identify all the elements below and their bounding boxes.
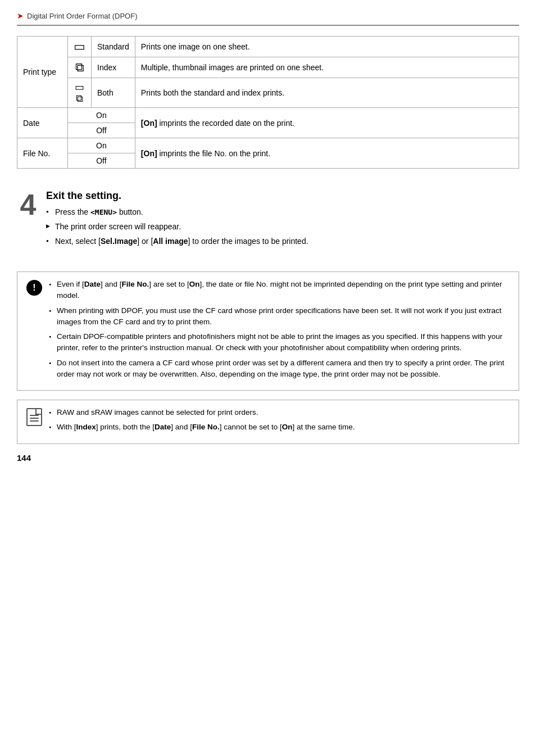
header-divider <box>17 25 519 26</box>
doc-icon <box>26 408 42 426</box>
both-standard-icon: ▭ <box>75 82 84 92</box>
standard-type: Standard <box>92 37 135 57</box>
info-note-box: RAW and sRAW images cannot be selected f… <box>17 400 519 444</box>
standard-icon-cell: ▭ <box>68 37 92 57</box>
index-desc: Multiple, thumbnail images are printed o… <box>135 57 519 78</box>
step-content: Exit the setting. Press the <MENU> butto… <box>46 190 519 250</box>
both-icons: ▭ ⧉ <box>74 82 85 103</box>
standard-desc: Prints one image on one sheet. <box>135 37 519 57</box>
warning-circle-icon: ! <box>26 280 42 296</box>
header-arrow-icon: ➤ <box>17 11 24 20</box>
page-header: ➤ Digital Print Order Format (DPOF) <box>17 11 519 20</box>
warning-bullet-2: When printing with DPOF, you must use th… <box>49 305 510 328</box>
index-type: Index <box>92 57 135 78</box>
doc-line-1 <box>30 415 39 416</box>
standard-icon: ▭ <box>74 39 85 53</box>
both-icon-cell: ▭ ⧉ <box>68 78 92 108</box>
fileno-options-cell: On Off <box>68 138 135 169</box>
index-icon: ⧉ <box>75 60 84 74</box>
warning-icon: ! <box>26 279 42 296</box>
fileno-label: File No. <box>17 138 68 169</box>
table-row-standard: Print type ▭ Standard Prints one image o… <box>17 37 519 57</box>
doc-line-3 <box>30 420 39 422</box>
step-bullet-1: Press the <MENU> button. <box>46 206 519 218</box>
info-bullet-1: RAW and sRAW images cannot be selected f… <box>49 407 510 418</box>
warning-bullet-list: Even if [Date] and [File No.] are set to… <box>49 279 510 380</box>
menu-key: <MENU> <box>90 208 117 216</box>
doc-line-2 <box>30 418 39 419</box>
warning-note-content: Even if [Date] and [File No.] are set to… <box>49 279 510 383</box>
step-title: Exit the setting. <box>46 190 519 202</box>
fileno-desc: [On] imprints the file No. on the print. <box>135 138 519 169</box>
table-row-index: ⧉ Index Multiple, thumbnail images are p… <box>17 57 519 78</box>
step-bullet-list: Press the <MENU> button. The print order… <box>46 206 519 247</box>
date-off: Off <box>68 123 135 138</box>
warning-bullet-3: Certain DPOF-compatible printers and pho… <box>49 331 510 354</box>
doc-icon-lines <box>28 409 41 424</box>
settings-table: Print type ▭ Standard Prints one image o… <box>17 36 519 169</box>
date-options-cell: On Off <box>68 108 135 138</box>
step-4-section: 4 Exit the setting. Press the <MENU> but… <box>17 184 519 256</box>
table-row-both: ▭ ⧉ Both Prints both the standard and in… <box>17 78 519 108</box>
info-note-content: RAW and sRAW images cannot be selected f… <box>49 407 510 437</box>
index-icon-cell: ⧉ <box>68 57 92 78</box>
info-bullet-2: With [Index] prints, both the [Date] and… <box>49 422 510 433</box>
page-header-title: Digital Print Order Format (DPOF) <box>27 12 137 20</box>
info-bullet-list: RAW and sRAW images cannot be selected f… <box>49 407 510 433</box>
step-bullet-2: The print order screen will reappear. <box>46 221 519 233</box>
table-row-fileno: File No. On Off [On] imprints the file N… <box>17 138 519 169</box>
print-type-label: Print type <box>17 37 68 108</box>
fileno-on: On <box>68 138 135 153</box>
info-icon <box>26 407 42 426</box>
fileno-off: Off <box>68 153 135 168</box>
warning-note-box: ! Even if [Date] and [File No.] are set … <box>17 271 519 391</box>
warning-bullet-4: Do not insert into the camera a CF card … <box>49 357 510 381</box>
date-label: Date <box>17 108 68 138</box>
both-index-icon: ⧉ <box>76 93 83 103</box>
date-on: On <box>68 108 135 123</box>
both-desc: Prints both the standard and index print… <box>135 78 519 108</box>
warning-bullet-1: Even if [Date] and [File No.] are set to… <box>49 279 510 302</box>
date-desc: [On] imprints the recorded date on the p… <box>135 108 519 138</box>
step-number: 4 <box>17 190 39 250</box>
both-type: Both <box>92 78 135 108</box>
step-bullet-3: Next, select [Sel.Image] or [All image] … <box>46 236 519 247</box>
table-row-date: Date On Off [On] imprints the recorded d… <box>17 108 519 138</box>
page-number: 144 <box>17 453 519 463</box>
